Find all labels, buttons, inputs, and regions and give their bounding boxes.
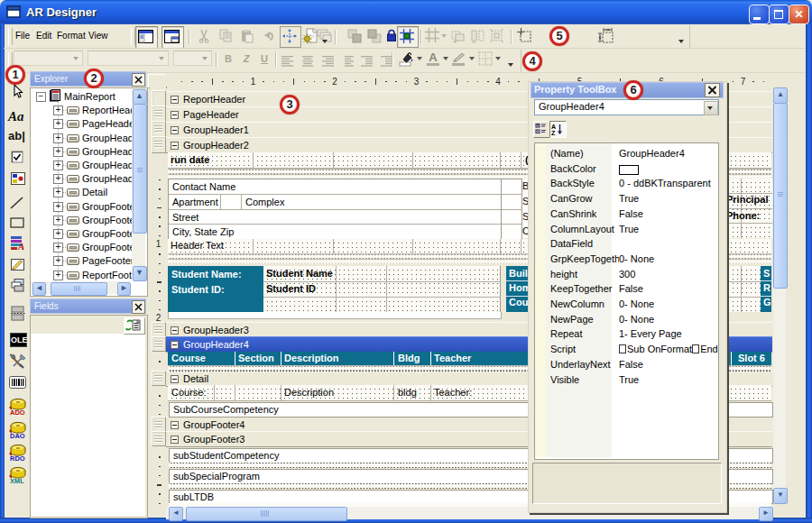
- svg-text:ADO: ADO: [10, 408, 25, 416]
- svg-text:DAO: DAO: [10, 432, 25, 439]
- svg-text:RDO: RDO: [10, 454, 25, 462]
- svg-text:A: A: [551, 124, 556, 130]
- svg-text:A: A: [17, 241, 24, 250]
- svg-text:XML: XML: [10, 477, 24, 484]
- svg-text:Z: Z: [551, 130, 556, 136]
